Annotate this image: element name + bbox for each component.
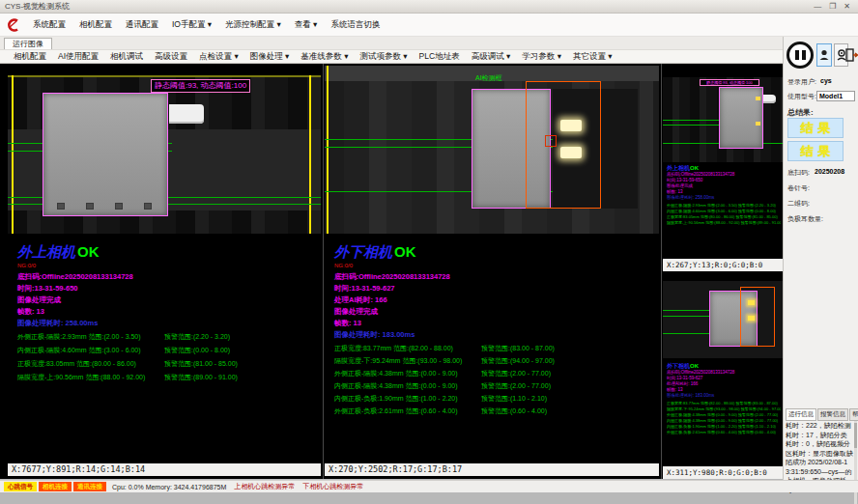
measurement-value: 外侧正极-负极:2.61mm 范围:(0.60 - 4.00)	[667, 430, 737, 434]
battery-cell-region	[43, 93, 168, 216]
measurement-value: 内侧正极-隔膜:4.38mm 范围:(0.00 - 9.00)	[334, 382, 458, 389]
top-edge-line	[8, 75, 321, 77]
tab-alarm-info[interactable]: 报警信息	[817, 408, 848, 421]
tab-strip: 运行图像	[0, 37, 783, 49]
barcode-line: 底扫码:Offline20250208133134728	[334, 272, 450, 282]
cpu-memory-readout: Cpu: 0.0% Memory: 3424.41796875M	[112, 484, 226, 490]
tab-help-info[interactable]: 帮助信息	[849, 408, 858, 421]
warn-range: 预警范围:(2.00 - 77.00)	[481, 381, 551, 391]
menu-view[interactable]: 查看 ▾	[288, 19, 325, 31]
measurement-value: 隔膜宽度-下:95.24mm 范围:(93.00 - 98.00)	[334, 357, 462, 364]
measurement-value: 正极宽度:83.05mm 范围:(80.00 - 86.00)	[17, 360, 136, 367]
tool-plc-address[interactable]: PLC地址表	[414, 51, 466, 63]
measurement-row: 隔膜宽度-下:95.24mm 范围:(93.00 - 98.00) 预警范围:(…	[334, 356, 653, 366]
frame-count-line: 帧数: 13	[667, 189, 683, 194]
camera-name-label: 外下相机	[667, 363, 690, 369]
warn-range: 预警范围:(83.00 - 87.00)	[735, 401, 777, 406]
total-result-label: 总结果:	[787, 107, 814, 118]
warn-range: 预警范围:(1.10 - 2.10)	[481, 394, 547, 404]
comm-connect-badge: 通讯连接	[73, 482, 106, 491]
ai-time-line: 处理AI耗时: 166	[667, 381, 698, 386]
menu-comm-config[interactable]: 通讯配置	[119, 19, 165, 31]
measurement-value: 内侧正极-负极:1.90mm 范围:(1.00 - 2.20)	[667, 424, 737, 429]
minimize-button[interactable]: —	[810, 2, 825, 11]
operator-mode-button[interactable]	[816, 43, 832, 67]
measurement-value: 外侧正极-隔膜:2.93mm 范围:(2.00 - 3.50)	[667, 203, 737, 208]
tool-image-processing[interactable]: 图像处理 ▾	[244, 51, 296, 63]
yellow-marker	[756, 97, 760, 100]
tool-other-settings[interactable]: 其它设置 ▾	[567, 51, 618, 63]
cell-slot	[86, 203, 94, 210]
tool-advanced-settings[interactable]: 高级设置	[149, 51, 193, 63]
warn-range: 预警范围:(89.00 - 91.00)	[741, 220, 781, 225]
tab-run-image[interactable]: 运行图像	[4, 38, 52, 49]
upper-camera-thumbnail[interactable]: 静态阈值:93, 动态阈值:100 外上相机OK 底扫码:Offline2025…	[663, 68, 783, 271]
pixel-coordinate-readout: X:7677;Y:891;R:14;G:14;B:14	[8, 463, 321, 476]
ng-note: NG:0/0	[17, 263, 36, 268]
measurement-row: 内侧正极-隔膜:4.60mm 范围:(3.00 - 6.00) 预警范围:(0.…	[17, 346, 336, 355]
camera-name-label: 外下相机	[334, 243, 392, 261]
exit-button[interactable]	[845, 43, 858, 67]
elapsed-line: 图像处理耗时: 258.00ms	[17, 319, 98, 328]
measurement-value: 正极宽度:83.77mm 范围:(82.00 - 88.00)	[667, 401, 734, 406]
right-sidebar: 登录用户: cys 使用型号: Model1 总结果: 结果 结果 底扫码: 2…	[783, 37, 858, 480]
menu-language-switch[interactable]: 系统语言切换	[324, 19, 386, 31]
warn-range: 预警范围:(81.00 - 85.00)	[735, 214, 777, 219]
result-ok-label: OK	[394, 243, 416, 260]
measurement-value: 内侧正极-隔膜:4.60mm 范围:(3.00 - 6.00)	[17, 347, 141, 353]
measurement-value: 外侧正极-负极:2.61mm 范围:(0.60 - 4.00)	[334, 407, 458, 414]
tool-ai-use-config[interactable]: AI使用配置	[52, 51, 104, 63]
menu-bar: 系统配置 相机配置 通讯配置 IO手配置 ▾ 光源控制配置 ▾ 查看 ▾ 系统语…	[0, 14, 858, 37]
measurement-row: 隔膜宽度-上:90.56mm 范围:(88.00 - 92.00) 预警范围:(…	[17, 373, 336, 382]
tool-test-params[interactable]: 测试项参数 ▾	[354, 51, 413, 63]
menu-camera-config[interactable]: 相机配置	[72, 19, 119, 31]
maximize-button[interactable]: ❐	[825, 2, 840, 11]
upper-camera-panel: 静态阈值:93, 动态阈值:100 外上相机OK NG:0/0 底扫码:Offl…	[8, 64, 321, 479]
warn-range: 预警范围:(94.00 - 97.00)	[481, 356, 555, 366]
warn-range: 预警范围:(2.00 - 77.00)	[738, 418, 778, 423]
measurement-row: 内侧正极-负极:1.90mm 范围:(1.00 - 2.20) 预警范围:(1.…	[334, 394, 653, 404]
ng-note: NG:0/0	[334, 263, 353, 268]
lower-camera-image[interactable]: AI检测框	[325, 66, 659, 234]
yellow-guide-line	[327, 66, 329, 234]
measurement-value: 外侧正极-隔膜:4.38mm 范围:(0.00 - 9.00)	[667, 412, 737, 417]
yellow-marker	[756, 122, 760, 126]
pixel-coordinate-readout: X:311;Y:980;R:0;G:0;B:0	[663, 466, 783, 479]
model-select[interactable]: Model1	[816, 91, 855, 101]
result-badge-upper: 结果	[787, 118, 844, 138]
measurement-row: 外侧正极-隔膜:2.93mm 范围:(2.00 - 3.50) 预警范围:(2.…	[17, 332, 336, 342]
tool-spot-check[interactable]: 点检设置 ▾	[193, 51, 244, 63]
tool-baseline-params[interactable]: 基准线参数 ▾	[295, 51, 354, 63]
exit-door-icon	[845, 48, 858, 62]
warn-range: 预警范围:(89.00 - 91.00)	[164, 373, 238, 382]
menu-system-config[interactable]: 系统配置	[26, 19, 72, 31]
warn-range: 预警范围:(1.10 - 2.10)	[738, 424, 776, 429]
lower-camera-thumbnail[interactable]: 外下相机OK 底扫码:Offline20250208133134728 时间:1…	[663, 275, 783, 479]
tool-camera-debug[interactable]: 相机调试	[104, 51, 149, 63]
upper-camera-image[interactable]: 静态阈值:93, 动态阈值:100	[8, 75, 321, 234]
process-done-line: 图像处理完成	[334, 307, 378, 317]
tab-run-info[interactable]: 运行信息	[786, 408, 816, 421]
pixel-coordinate-readout: X:267;Y:13;R:0;G:0;B:0	[663, 259, 783, 271]
log-scrollbar-thumb[interactable]	[854, 423, 857, 448]
tool-advanced-debug[interactable]: 高级调试 ▾	[466, 51, 517, 63]
barcode-row: 底扫码: 20250208	[787, 168, 810, 178]
menu-light-config[interactable]: 光源控制配置 ▾	[218, 19, 288, 31]
measurement-value: 正极宽度:83.05mm 范围:(80.00 - 86.00)	[667, 214, 734, 219]
camera-name-label: 外上相机	[17, 243, 75, 261]
measurement-row: 外侧正极-隔膜:2.93mm 范围:(2.00 - 3.50) 预警范围:(2.…	[667, 203, 781, 208]
measurement-value: 隔膜宽度-上:90.56mm 范围:(88.00 - 92.00)	[667, 220, 740, 225]
measurement-row: 内侧正极-隔膜:4.60mm 范围:(3.00 - 6.00) 预警范围:(0.…	[667, 209, 781, 213]
yellow-guide-line	[309, 75, 311, 234]
close-button[interactable]: ✕	[840, 2, 854, 11]
warn-range: 预警范围:(2.20 - 3.20)	[738, 203, 776, 208]
pause-button[interactable]	[786, 42, 814, 69]
login-user-value: cys	[820, 77, 832, 84]
warn-range: 预警范围:(2.20 - 3.20)	[164, 332, 230, 342]
measurement-value: 内侧正极-隔膜:4.38mm 范围:(0.00 - 9.00)	[667, 418, 737, 423]
menu-io-config[interactable]: IO手配置 ▾	[165, 19, 218, 31]
tool-camera-config[interactable]: 相机配置	[8, 51, 52, 63]
measurement-value: 内侧正极-负极:1.90mm 范围:(1.00 - 2.20)	[334, 395, 458, 402]
measurement-row: 外侧正极-负极:2.61mm 范围:(0.60 - 4.00) 预警范围:(0.…	[334, 406, 653, 416]
tool-learning-params[interactable]: 学习参数 ▾	[516, 51, 567, 63]
